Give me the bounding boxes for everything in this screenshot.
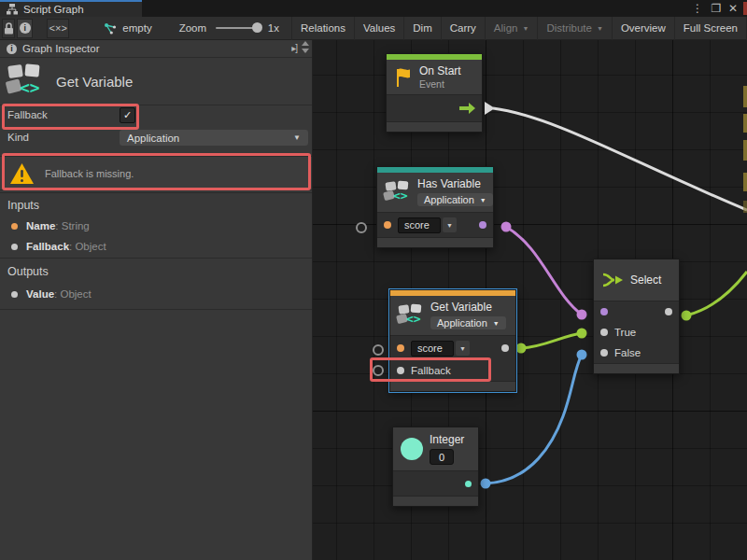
align-dropdown[interactable]: Align▼ [485,17,538,40]
node-title: Get Variable [430,301,506,314]
edge-artifact [743,86,747,107]
script-graph-window: Script Graph ⋮ ❐ ✕ i <×> empty Zoom [0,0,747,560]
port-dot-gray [11,291,18,298]
kind-field-row: Kind Application ▼ [0,131,312,149]
overview-button[interactable]: Overview [612,17,674,40]
divider [0,258,312,259]
scroll-up-icon[interactable] [302,41,309,46]
node-select[interactable]: Select True False [593,259,680,374]
unconnected-port-ring[interactable] [373,344,384,356]
zoom-slider-handle[interactable] [252,22,262,33]
connection-endpoint[interactable] [577,310,587,320]
connection-endpoint[interactable] [682,311,692,321]
zoom-label: Zoom [179,22,206,34]
port-dot-gray [11,244,18,250]
node-on-start[interactable]: On Start Event [386,53,483,133]
lock-icon [4,22,14,35]
close-icon[interactable]: ✕ [725,0,741,17]
unit-title: Get Variable [56,74,133,90]
node-title: On Start [419,64,461,77]
values-button[interactable]: Values [354,17,403,40]
info-button[interactable]: i [17,19,33,38]
node-subtitle: Event [419,78,461,90]
integer-value-input[interactable]: 0 [430,449,454,465]
wire-hasvariable-to-select[interactable] [506,227,582,315]
kind-dropdown[interactable]: Application▼ [417,193,493,206]
node-title: Integer [430,433,464,446]
chevron-down-icon: ▼ [493,320,500,327]
menu-dots-icon[interactable]: ⋮ [689,0,706,17]
kind-dropdown[interactable]: Application▼ [430,316,506,329]
port-true-input[interactable] [600,329,608,336]
scroll-down-icon[interactable] [302,49,309,53]
chevron-down-icon: ▼ [522,25,529,32]
divider [0,192,312,193]
input-row-name: Name: String [11,220,90,231]
connection-endpoint[interactable] [481,479,491,489]
panel-scroll-spinner[interactable] [300,41,310,53]
connection-endpoint[interactable] [577,329,587,339]
node-get-variable[interactable]: <> Get Variable Application▼ score ▼ [389,289,516,392]
full-screen-button[interactable]: Full Screen [674,17,747,40]
carry-button[interactable]: Carry [441,17,485,40]
node-footer [387,121,482,132]
port-name-input[interactable] [384,221,391,229]
graph-breadcrumb[interactable]: empty [104,22,151,35]
exec-output-port[interactable] [459,103,475,114]
script-graph-icon [7,4,18,15]
graph-canvas[interactable]: On Start Event <> Has Variable [313,40,747,560]
outputs-heading: Outputs [7,265,49,278]
edge-artifact [743,201,747,213]
connection-endpoint[interactable] [577,350,587,360]
dim-button[interactable]: Dim [403,17,440,40]
wire-getvariable-to-select-true[interactable] [521,333,582,348]
zoom-value: 1x [268,22,279,34]
fallback-port-label: Fallback [411,365,451,376]
port-value-output[interactable] [501,344,509,352]
lock-button[interactable] [2,19,15,38]
port-selection-output[interactable] [665,308,672,315]
relations-button[interactable]: Relations [291,17,354,40]
wire-select-output[interactable] [686,272,747,315]
fallback-field-row: Fallback ✓ [0,108,312,129]
port-name-input[interactable] [397,344,404,352]
graph-inspector-panel: i Graph Inspector ▸] <> Get Variable Fal… [0,40,313,560]
wire-onstart-exec[interactable] [493,108,747,210]
title-bar: Script Graph ⋮ ❐ ✕ [0,0,747,17]
select-icon [601,271,624,289]
port-false-input[interactable] [600,349,608,357]
variable-name-dropdown[interactable]: score ▼ [411,341,470,357]
exec-connection-triangle[interactable] [485,102,495,115]
variable-name-dropdown[interactable]: score ▼ [398,217,457,233]
unconnected-port-ring[interactable] [373,365,384,376]
fallback-checkbox[interactable]: ✓ [120,107,135,123]
edge-artifact [743,114,747,133]
inspector-header: i Graph Inspector ▸] [0,40,312,58]
graph-toolbar: i <×> empty Zoom 1x Relations Values Dim… [0,17,747,40]
code-preview-button[interactable]: <×> [47,19,69,38]
node-footer [377,237,493,247]
port-condition-input[interactable] [600,308,608,315]
chevron-down-icon: ▼ [443,217,457,232]
node-has-variable[interactable]: <> Has Variable Application▼ score ▼ [376,166,494,248]
false-port-label: False [614,347,641,358]
panel-expand-icon[interactable]: ▸] [291,43,297,53]
inputs-heading: Inputs [7,199,39,212]
zoom-slider[interactable] [216,27,259,29]
variables-icon: <> [398,304,424,328]
node-integer[interactable]: Integer 0 [392,427,479,507]
maximize-icon[interactable]: ❐ [708,0,725,17]
fallback-label: Fallback [7,109,48,120]
kind-dropdown[interactable]: Application ▼ [120,130,308,146]
unconnected-port-ring[interactable] [356,222,367,233]
tab-script-graph[interactable]: Script Graph [0,0,142,17]
info-icon: i [20,22,31,34]
port-bool-output[interactable] [479,221,486,229]
port-integer-output[interactable] [465,481,472,487]
connection-endpoint[interactable] [516,343,527,354]
true-port-label: True [614,327,636,338]
distribute-dropdown[interactable]: Distribute▼ [537,17,612,40]
edge-artifact-red [743,2,747,15]
connection-endpoint[interactable] [501,222,512,232]
port-fallback-input[interactable] [397,367,404,374]
